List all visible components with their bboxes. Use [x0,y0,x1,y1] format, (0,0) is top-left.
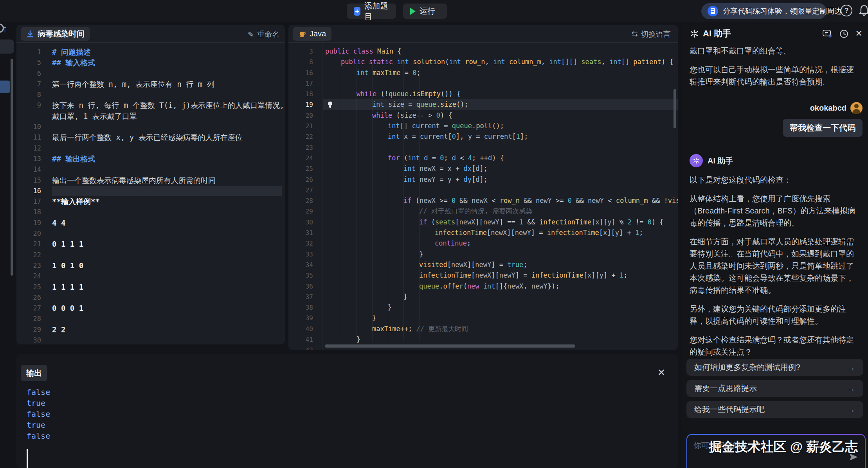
problem-line-row: 194 4 [16,218,285,228]
arrow-right-icon: → [847,405,855,415]
topbar-divider [835,7,835,15]
ai-assistant-panel: AI 助手 ✕ 戴口罩和不戴口罩的组合等。 您也可以自己手动模拟一些简单的情况，… [682,25,868,468]
collapse-up-icon[interactable]: ↑ [2,23,7,35]
suggestion-chips: 如何增加更多复杂的测试用例?→需要一点思路提示→给我一些代码提示吧→ [686,359,863,422]
plus-icon: + [354,7,360,16]
play-icon [410,8,416,15]
ai-reply-paragraph: 以下是对您这段代码的检查： [690,174,860,186]
output-line: true [27,420,678,430]
output-line: false [27,409,678,420]
problem-line-row: 270 0 0 1 [16,303,285,314]
rail-active-item[interactable] [0,81,10,93]
assistant-row: AI 助手 [690,154,860,167]
share-banner-label: 分享代码练习体验，领限量定制周边 [723,6,842,16]
code-tab-title: Java [310,29,326,38]
vertical-scrollbar[interactable] [674,89,676,128]
code-line-row: 28if (newX >= 0 && newX < row_n && newY … [288,195,678,206]
code-line-row: 35infectionTime[newX][newY] = infectionT… [288,270,678,281]
output-tab-title: 输出 [26,368,42,378]
history-icon[interactable] [839,29,849,39]
clipboard-icon [708,6,718,16]
problem-line-row: 26 [16,292,285,303]
ai-reply-paragraph: 另外，建议您为关键的代码部分添加更多的注释，以提高代码的可读性和可理解性。 [690,303,860,327]
terminal-cursor[interactable] [27,449,28,468]
problem-line-row: 12 [16,143,285,154]
problem-line-row: 7第一行两个整数 n, m, 表示座位有 n 行 m 列 [16,79,285,90]
ai-truncated-message: 戴口罩和不戴口罩的组合等。 [690,45,860,57]
close-icon[interactable]: ✕ [855,29,863,39]
username: okokabcd [810,104,846,113]
share-banner-button[interactable]: 分享代码练习体验，领限量定制周边 [701,3,827,19]
arrow-right-icon: → [847,384,855,394]
new-chat-icon[interactable] [822,29,832,38]
add-problem-label: 添加题目 [364,1,389,22]
rail-tab[interactable] [0,39,14,54]
ai-intro-paragraph: 您也可以自己手动模拟一些简单的情况，根据逻辑推理来判断代码的输出是否符合预期。 [690,64,860,88]
add-problem-button[interactable]: + 添加题目 [347,4,396,19]
switch-language-button[interactable]: ⇆ 切换语言 [632,29,671,39]
suggestion-chip[interactable]: 需要一点思路提示→ [686,380,863,397]
problem-line-row: 5## 输入格式 [16,57,285,68]
problem-line-row: 22 [16,250,285,260]
output-header-spacer [16,354,678,384]
code-panel-header: Java ⇆ 切换语言 [288,25,678,43]
swap-arrows-icon: ⇆ [632,29,638,39]
ai-reply-paragraph: 您对这个检查结果满意吗？或者您还有其他特定的疑问或关注点？ [690,334,860,358]
watermark: 掘金技术社区 @ 薪炎乙志 [709,438,858,456]
language-tab-java[interactable]: Java [293,27,331,41]
problem-line-row: 14 [16,164,285,175]
problem-line-row: 13## 输出格式 [16,154,285,164]
suggestion-chip[interactable]: 给我一些代码提示吧→ [686,401,863,418]
app-root: { "topbar": { "add_problem_label": "添加题目… [0,0,868,468]
output-line: false [27,430,678,441]
output-tab[interactable]: 输出 [21,365,47,381]
problem-line-row: 231 0 1 0 [16,260,285,271]
switch-language-label: 切换语言 [641,29,671,39]
user-message-bubble: 帮我检查一下代码 [783,119,863,137]
run-button[interactable]: 运行 [403,4,447,19]
problem-line-row: 9接下来 n 行, 每行 m 个整数 T(i, j)表示座位上的人戴口罩情况, … [16,100,285,111]
problem-lines[interactable]: 1# 问题描述5## 输入格式67第一行两个整数 n, m, 表示座位有 n 行… [16,43,285,344]
problem-tab[interactable]: 病毒感染时间 [21,27,90,41]
ai-panel-title: AI 助手 [703,28,731,39]
problem-line-row: 251 1 1 1 [16,282,285,292]
code-editor-panel: Java ⇆ 切换语言 3public class Main {8public … [288,25,678,350]
run-label: 运行 [420,6,435,16]
problem-line-row: 16 [16,186,285,196]
code-line-row: 31infectionTime[newX][newY] = infectionT… [288,228,678,238]
top-bar: + 添加题目 运行 分享代码练习体验，领限量定制周边 ? [0,0,868,22]
lightbulb-icon[interactable] [327,101,333,109]
output-line: false [27,387,678,398]
problem-line-row: 292 2 [16,325,285,335]
problem-panel: 病毒感染时间 ✎ 重命名 1# 问题描述5## 输入格式67第一行两个整数 n,… [16,25,285,344]
problem-panel-header: 病毒感染时间 ✎ 重命名 [16,25,285,43]
ai-reply: 以下是对您这段代码的检查：从整体结构上看，您使用了广度优先搜索（Breadth-… [682,174,868,358]
problem-line-row: 210 1 1 1 [16,239,285,249]
assistant-name: AI 助手 [708,156,733,166]
problem-line-row: 15输出一个整数表示病毒感染屋内所有人所需的时间 [16,175,285,186]
horizontal-scrollbar[interactable] [325,344,575,348]
ai-avatar [690,154,703,167]
problem-line-row: 18 [16,207,285,217]
ai-panel-header: AI 助手 ✕ [682,25,868,43]
rename-button[interactable]: ✎ 重命名 [248,29,279,39]
code-line-row: 3public class Main { [288,46,678,57]
download-icon [26,30,34,38]
close-icon[interactable]: ✕ [657,368,665,377]
problem-line-row: 11最后一行两个整数 x, y 表示已经感染病毒的人所在座位 [16,132,285,143]
bell-icon[interactable] [859,5,868,16]
problem-tab-title: 病毒感染时间 [38,29,85,39]
problem-line-row: 6 [16,68,285,79]
suggestion-chip[interactable]: 如何增加更多复杂的测试用例?→ [686,359,863,376]
rename-label: 重命名 [257,29,279,39]
problem-line-row: 17**输入样例** [16,196,285,207]
problem-panel-scrollbar[interactable] [11,59,13,276]
user-avatar [850,102,863,114]
output-panel: 输出 ✕ falsetruefalsetruefalse [16,354,678,468]
output-lines: falsetruefalsetruefalse [16,384,678,441]
pencil-icon: ✎ [248,30,254,39]
sparkle-icon [690,29,699,38]
help-icon[interactable]: ? [841,5,852,16]
code-line-row: 30if (seats[newX][newY] == 1 && infectio… [288,217,678,228]
problem-line-row: 10 [16,122,285,132]
